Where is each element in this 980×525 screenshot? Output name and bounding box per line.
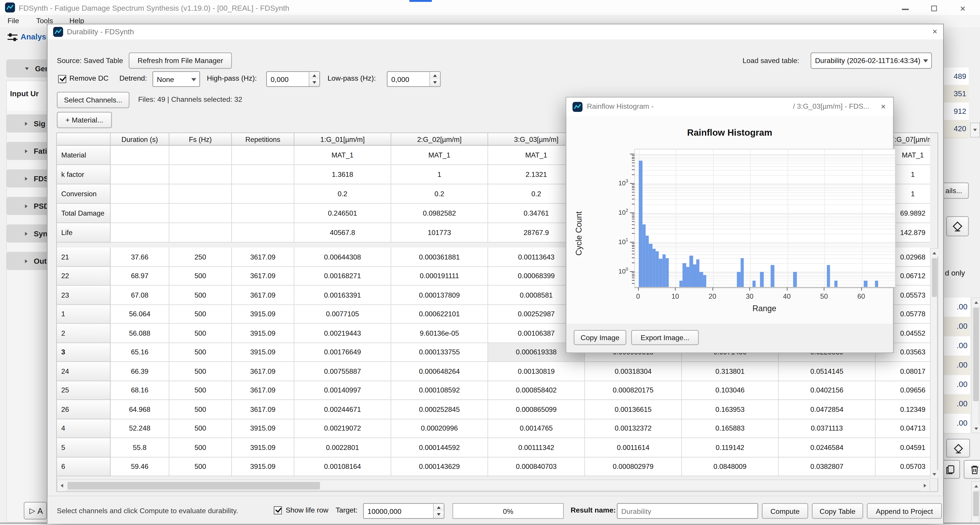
- table-cell[interactable]: 500: [169, 324, 232, 343]
- table-cell[interactable]: 500: [169, 343, 232, 362]
- row-header[interactable]: 6: [57, 457, 110, 476]
- table-cell[interactable]: 0.00132372: [585, 419, 682, 438]
- table-cell[interactable]: 0.000802979: [585, 457, 682, 476]
- menu-item-tools[interactable]: Tools: [36, 17, 53, 24]
- eraser-button[interactable]: [946, 216, 969, 236]
- details-button-partial[interactable]: ails...: [944, 183, 969, 199]
- row-header[interactable]: 5: [57, 438, 110, 457]
- table-cell[interactable]: 3617.09: [232, 267, 294, 286]
- table-cell[interactable]: [169, 146, 232, 165]
- row-header[interactable]: 23: [57, 286, 110, 305]
- table-cell[interactable]: 0.163953: [682, 400, 779, 419]
- table-cell[interactable]: 500: [169, 305, 232, 324]
- row-header[interactable]: 21: [57, 247, 110, 267]
- table-cell[interactable]: 0.05703: [875, 457, 930, 476]
- dropdown-button[interactable]: [970, 123, 980, 137]
- table-cell[interactable]: 0.000865099: [488, 400, 585, 419]
- row-header[interactable]: 2: [57, 324, 110, 343]
- table-cell[interactable]: 0.00168271: [294, 267, 391, 286]
- column-header[interactable]: 1:G_01[µm/m]: [294, 133, 391, 146]
- select-channels-button[interactable]: Select Channels...: [57, 92, 129, 108]
- table-cell[interactable]: 67.08: [111, 286, 170, 305]
- table-cell[interactable]: 52.248: [111, 419, 170, 438]
- table-cell[interactable]: 0.0022801: [294, 438, 391, 457]
- table-cell[interactable]: 0.00244671: [294, 400, 391, 419]
- table-cell[interactable]: 0.00163391: [294, 286, 391, 305]
- table-cell[interactable]: 500: [169, 438, 232, 457]
- vertical-scrollbar[interactable]: [930, 248, 938, 479]
- table-cell[interactable]: 0.09656: [875, 381, 930, 400]
- highpass-input[interactable]: 0,000: [266, 71, 320, 87]
- table-cell[interactable]: 0.04713: [875, 419, 930, 438]
- table-cell[interactable]: 0.000840703: [488, 457, 585, 476]
- table-cell[interactable]: 9.60136e-05: [391, 324, 488, 343]
- table-cell[interactable]: 68.16: [111, 381, 170, 400]
- table-cell[interactable]: 56.088: [111, 324, 170, 343]
- table-cell[interactable]: 0.000820175: [585, 381, 682, 400]
- table-cell[interactable]: 0.119142: [682, 438, 779, 457]
- row-header[interactable]: Total Damage: [57, 204, 110, 223]
- table-cell[interactable]: 55.8: [111, 438, 170, 457]
- table-cell[interactable]: 0.00020996: [391, 419, 488, 438]
- bottom-right-scrollbar[interactable]: [971, 481, 979, 524]
- table-cell[interactable]: 0.0402156: [779, 381, 875, 400]
- dialog-close-icon[interactable]: ×: [932, 27, 937, 36]
- sidebar-item-input-ur[interactable]: Input Ur: [10, 89, 39, 98]
- column-header[interactable]: Duration (s): [111, 133, 170, 146]
- table-cell[interactable]: 0.04591: [875, 438, 930, 457]
- add-material-button[interactable]: + Material...: [57, 112, 112, 128]
- table-cell[interactable]: 0.000858402: [488, 381, 585, 400]
- eraser-button-bottom[interactable]: [946, 439, 970, 458]
- table-cell[interactable]: 0.000191111: [391, 267, 488, 286]
- append-to-project-button[interactable]: Append to Project: [867, 503, 942, 519]
- table-cell[interactable]: 0.08017: [875, 362, 930, 381]
- table-cell[interactable]: 0.00219072: [294, 419, 391, 438]
- row-header[interactable]: Life: [57, 223, 110, 243]
- copy-image-button[interactable]: Copy Image: [574, 330, 626, 345]
- menu-item-help[interactable]: Help: [69, 17, 84, 24]
- plot-area[interactable]: [634, 149, 896, 288]
- table-cell[interactable]: 500: [169, 286, 232, 305]
- table-cell[interactable]: 0.00644308: [294, 247, 391, 267]
- table-cell[interactable]: 3915.09: [232, 457, 294, 476]
- table-cell[interactable]: 3617.09: [232, 381, 294, 400]
- table-cell[interactable]: 64.968: [111, 400, 170, 419]
- table-cell[interactable]: 0.0472854: [779, 400, 875, 419]
- table-cell[interactable]: 0.000648264: [391, 362, 488, 381]
- table-cell[interactable]: [232, 146, 294, 165]
- row-header[interactable]: k factor: [57, 165, 110, 185]
- histogram-close-icon[interactable]: ×: [881, 102, 886, 111]
- table-cell[interactable]: MAT_1: [391, 146, 488, 165]
- table-cell[interactable]: 0.000133755: [391, 343, 488, 362]
- copy-button[interactable]: [944, 460, 960, 479]
- table-cell[interactable]: 0.0011614: [585, 438, 682, 457]
- table-cell[interactable]: [111, 223, 170, 243]
- table-cell[interactable]: 0.103046: [682, 381, 779, 400]
- table-cell[interactable]: [232, 165, 294, 185]
- table-cell[interactable]: 0.0077105: [294, 305, 391, 324]
- table-cell[interactable]: 3915.09: [232, 419, 294, 438]
- show-life-row-checkbox[interactable]: [274, 506, 282, 514]
- remove-dc-checkbox[interactable]: [58, 75, 66, 83]
- table-cell[interactable]: 0.0514145: [779, 362, 875, 381]
- table-cell[interactable]: [169, 204, 232, 223]
- table-cell[interactable]: 0.000252845: [391, 400, 488, 419]
- delete-button[interactable]: [964, 460, 980, 479]
- table-cell[interactable]: 0.00111342: [488, 438, 585, 457]
- table-cell[interactable]: 500: [169, 419, 232, 438]
- table-cell[interactable]: 3915.09: [232, 438, 294, 457]
- table-cell[interactable]: 66.39: [111, 362, 170, 381]
- table-cell[interactable]: 0.000108592: [391, 381, 488, 400]
- dialog-titlebar[interactable]: [48, 24, 943, 39]
- column-header[interactable]: [57, 133, 110, 146]
- table-cell[interactable]: [169, 185, 232, 204]
- table-cell[interactable]: [111, 204, 170, 223]
- table-cell[interactable]: 3617.09: [232, 400, 294, 419]
- minimize-icon[interactable]: [902, 9, 909, 10]
- table-cell[interactable]: 3915.09: [232, 343, 294, 362]
- row-header[interactable]: Material: [57, 146, 110, 165]
- table-cell[interactable]: 0.00130819: [488, 362, 585, 381]
- table-cell[interactable]: 0.0382807: [779, 457, 875, 476]
- table-cell[interactable]: [169, 223, 232, 243]
- horizontal-scrollbar[interactable]: [57, 479, 930, 491]
